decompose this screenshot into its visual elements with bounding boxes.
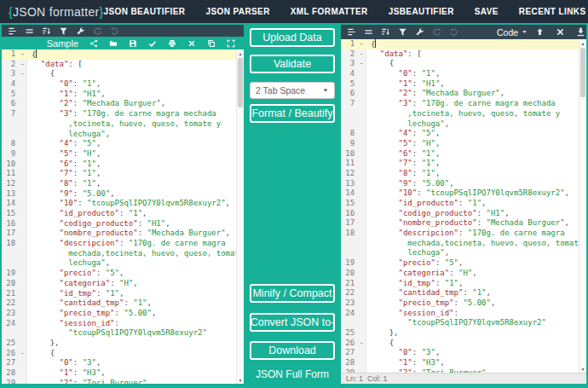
code-line: 2 - "data": [ xyxy=(341,49,586,60)
json-output-code[interactable]: 1 -{ 2 - "data": [ 3 - { 4 "0": "1", 5 "… xyxy=(341,39,586,373)
code-line: 10 "6": "1", xyxy=(341,149,586,159)
code-line: 7 "3": "170g. de carne magra mechada xyxy=(341,99,586,109)
code-line: 15 "id_producto": "1", xyxy=(341,199,586,209)
json-input-code[interactable]: 1 -{ 2 - "data": [ 3 - { 4 "0": "1", 5 "… xyxy=(2,49,244,384)
download-button[interactable]: Download xyxy=(250,341,335,360)
code-line: 13 "9": "5.00", xyxy=(341,179,586,189)
code-line: 5 "1": "H1", xyxy=(341,79,586,90)
compact-icon[interactable] xyxy=(25,26,34,36)
sample-toolbar: Sample xyxy=(2,37,244,49)
nav-item-json-parser[interactable]: JSON PARSER xyxy=(205,7,269,16)
code-line: "tcoupPSqlIPQ7Y0lqvm5R8exuyr2" xyxy=(2,328,244,339)
scrollbar-thumb[interactable] xyxy=(238,58,243,107)
nav-menu: JSON BEAUTIFIERJSON PARSERXML FORMATTERJ… xyxy=(103,7,588,16)
nav-item-xml-formatter[interactable]: XML FORMATTER xyxy=(291,7,368,16)
nav-item-jsbeautifier[interactable]: JSBEAUTIFIER xyxy=(389,7,454,16)
code-line: 28 "1": "H3", xyxy=(2,368,244,379)
code-line: 21 "id_tmp": "1", xyxy=(2,289,244,299)
code-line: 20 "categoria": "H", xyxy=(2,279,244,289)
logo-text: JSON formatter xyxy=(13,5,99,19)
code-line: lechuga", xyxy=(341,119,586,130)
scrollbar-thumb[interactable] xyxy=(580,48,585,97)
code-line: 10 "6": "1", xyxy=(2,159,244,170)
input-editor-scrollbar[interactable]: ▲ ▼ xyxy=(236,49,244,384)
code-line: 21 "id_tmp": "1", xyxy=(341,279,586,289)
scroll-down-arrow-icon[interactable]: ▼ xyxy=(237,376,244,384)
nav-item-json-beautifier[interactable]: JSON BEAUTIFIER xyxy=(103,7,185,16)
copy-icon[interactable] xyxy=(207,39,216,48)
code-line: 29 "2": "Toci Burguer" xyxy=(2,379,244,384)
sample-dropdown[interactable]: Sample xyxy=(47,38,78,49)
code-line: 26 - { xyxy=(2,349,244,359)
code-line: 17 "nombre_producto": "Mechada Burguer", xyxy=(341,218,586,229)
input-editor-panel: Sample 1 -{ 2 - "data": [ 3 - { 4 "0": "… xyxy=(2,25,244,384)
code-line: 4 "0": "1", xyxy=(341,69,586,79)
json-output-editor[interactable]: 1 -{ 2 - "data": [ 3 - { 4 "0": "1", 5 "… xyxy=(341,39,586,373)
editor-mode-select[interactable]: Code xyxy=(497,27,527,38)
check-icon[interactable] xyxy=(148,39,157,48)
code-line: 9 "5": "H", xyxy=(341,139,586,149)
clear-x-icon[interactable] xyxy=(187,39,196,48)
upload-icon[interactable] xyxy=(535,27,545,37)
nav-item-recent-links[interactable]: RECENT LINKS xyxy=(519,7,586,16)
download-icon[interactable] xyxy=(576,27,585,37)
format-icon[interactable] xyxy=(347,27,356,37)
app-logo[interactable]: {JSON formatter} xyxy=(9,5,103,19)
validate-button[interactable]: Validate xyxy=(250,55,335,73)
cursor-position-statusbar: Ln: 1 Col: 1 xyxy=(341,373,586,384)
upload-data-button[interactable]: Upload Data xyxy=(250,28,335,47)
compact-icon[interactable] xyxy=(364,27,373,37)
folder-open-icon[interactable] xyxy=(109,39,118,48)
output-editor-scrollbar[interactable]: ▲ ▼ xyxy=(579,39,586,373)
output-editor-toolbar: Code xyxy=(341,25,586,39)
redo-icon xyxy=(110,26,119,36)
code-line: mechada,tocineta, huevo, queso, tomate y xyxy=(341,239,586,249)
sort-icon[interactable] xyxy=(381,27,390,37)
scroll-up-arrow-icon[interactable]: ▲ xyxy=(579,39,586,47)
json-input-editor[interactable]: 1 -{ 2 - "data": [ 3 - { 4 "0": "1", 5 "… xyxy=(2,49,244,384)
code-line: 7 "3": "170g. de carne magra mechada xyxy=(2,109,244,119)
code-line: 25 }, xyxy=(341,328,586,339)
code-line: 8 "4": "5", xyxy=(2,139,244,149)
nav-item-save[interactable]: SAVE xyxy=(475,7,499,16)
save-icon[interactable] xyxy=(129,39,137,48)
code-line: 24 "session_id": xyxy=(2,319,244,329)
convert-json-to-button[interactable]: Convert JSON to- xyxy=(250,313,335,332)
fullscreen-icon[interactable] xyxy=(227,39,235,48)
code-line: 22 "cantidad_tmp": "1", xyxy=(2,298,244,309)
code-line: 23 "precio_tmp": "5.00", xyxy=(341,298,586,309)
minify-compact-button[interactable]: Minify / Compact xyxy=(250,284,335,303)
indent-size-value: 2 Tab Space xyxy=(256,85,305,96)
output-editor-panel: Code 1 -{ 2 - "data": [ 3 - { 4 "0": "1"… xyxy=(341,25,586,384)
code-line: "tcoupPSqlIPQ7Y0lqvm5R8exuyr2" xyxy=(341,318,586,328)
code-line: 11 "7": "1", xyxy=(2,169,244,179)
code-line: 1 -{ xyxy=(2,49,244,60)
code-line: 22 "cantidad_tmp": "1", xyxy=(341,288,586,298)
sort-icon[interactable] xyxy=(42,26,51,36)
code-line: 17 "nombre_producto": "Mechada Burguer", xyxy=(2,229,244,239)
format-beautify-button[interactable]: Format / Beautify xyxy=(250,104,335,123)
code-line: 13 "9": "5.00", xyxy=(2,189,244,200)
repair-wrench-icon[interactable] xyxy=(415,27,424,37)
clear-x-icon[interactable] xyxy=(556,27,565,37)
share-icon[interactable] xyxy=(89,39,98,48)
scroll-down-arrow-icon[interactable]: ▼ xyxy=(579,365,586,373)
code-line: 12 "8": "1", xyxy=(341,169,586,179)
code-line: mechada,tocineta, huevo, queso, tomate y xyxy=(2,249,244,259)
scroll-up-arrow-icon[interactable]: ▲ xyxy=(237,49,244,57)
top-navbar: {JSON formatter} JSON BEAUTIFIERJSON PAR… xyxy=(0,0,588,23)
undo-icon xyxy=(93,26,102,36)
format-icon[interactable] xyxy=(8,26,17,36)
print-icon[interactable] xyxy=(168,39,176,48)
code-line: 23 "precio_tmp": "5.00", xyxy=(2,309,244,319)
code-line: 6 "2": "Mechada Burguer", xyxy=(2,99,244,109)
repair-wrench-icon[interactable] xyxy=(76,26,85,36)
output-toolbar-icons xyxy=(347,27,458,37)
chevron-down-icon xyxy=(522,29,527,35)
indent-size-select[interactable]: 2 Tab Space xyxy=(250,82,335,99)
json-full-form-link[interactable]: JSON Full Form xyxy=(244,368,341,380)
transform-filter-icon[interactable] xyxy=(59,26,68,36)
transform-filter-icon[interactable] xyxy=(398,27,407,37)
code-line: lechuga", xyxy=(341,248,586,258)
code-line: 1 -{ xyxy=(341,39,586,49)
